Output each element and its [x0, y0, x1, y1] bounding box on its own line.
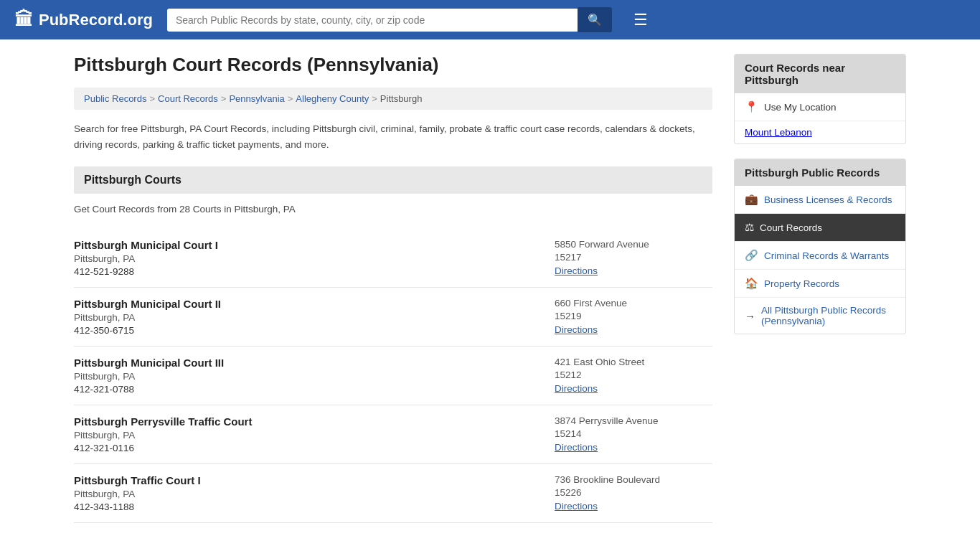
logo-icon: 🏛: [14, 9, 33, 31]
nearby-section: Court Records near Pittsburgh 📍 Use My L…: [734, 54, 906, 144]
court-entry: Pittsburgh Perrysville Traffic Court Pit…: [74, 405, 712, 464]
court-right-2: 421 East Ohio Street 15212 Directions: [555, 357, 712, 395]
court-city: Pittsburgh, PA: [74, 489, 555, 499]
court-left-2: Pittsburgh Municipal Court III Pittsburg…: [74, 357, 555, 395]
search-button[interactable]: 🔍: [578, 7, 612, 32]
court-city: Pittsburgh, PA: [74, 371, 555, 382]
court-zip: 15212: [555, 369, 712, 380]
court-right-4: 736 Brookline Boulevard 15226 Directions: [555, 474, 712, 512]
court-left-3: Pittsburgh Perrysville Traffic Court Pit…: [74, 415, 555, 453]
court-phone: 412-350-6715: [74, 325, 555, 336]
sidebar-item-2[interactable]: 🔗 Criminal Records & Warrants: [735, 242, 905, 270]
breadcrumb-allegheny-county[interactable]: Allegheny County: [296, 93, 369, 104]
sidebar-items: 💼 Business Licenses & Records ⚖ Court Re…: [735, 186, 905, 334]
page-title: Pittsburgh Court Records (Pennsylvania): [74, 54, 712, 76]
sidebar-icon-0: 💼: [745, 193, 758, 206]
court-city: Pittsburgh, PA: [74, 312, 555, 323]
use-location-label: Use My Location: [764, 102, 837, 113]
directions-link[interactable]: Directions: [555, 324, 598, 335]
breadcrumb: Public Records > Court Records > Pennsyl…: [74, 88, 712, 110]
breadcrumb-public-records[interactable]: Public Records: [84, 93, 146, 104]
court-zip: 15219: [555, 311, 712, 321]
nearby-header: Court Records near Pittsburgh: [735, 55, 905, 93]
public-records-header: Pittsburgh Public Records: [735, 159, 905, 186]
hamburger-menu-icon[interactable]: ☰: [633, 11, 648, 29]
court-name: Pittsburgh Municipal Court III: [74, 357, 555, 369]
public-records-section: Pittsburgh Public Records 💼 Business Lic…: [734, 159, 906, 334]
directions-link[interactable]: Directions: [555, 265, 598, 276]
right-sidebar: Court Records near Pittsburgh 📍 Use My L…: [734, 54, 906, 523]
sidebar-link-0[interactable]: Business Licenses & Records: [764, 194, 892, 205]
court-city: Pittsburgh, PA: [74, 430, 555, 441]
court-zip: 15226: [555, 487, 712, 498]
directions-link[interactable]: Directions: [555, 383, 598, 394]
court-name: Pittsburgh Municipal Court I: [74, 239, 555, 251]
breadcrumb-sep-2: >: [221, 93, 227, 104]
sidebar-link-2[interactable]: Criminal Records & Warrants: [764, 250, 889, 261]
sidebar-icon-4: →: [745, 310, 755, 322]
sidebar-link-4[interactable]: All Pittsburgh Public Records (Pennsylva…: [761, 305, 895, 326]
section-header: Pittsburgh Courts: [74, 166, 712, 194]
court-phone: 412-343-1188: [74, 501, 555, 512]
sidebar-item-4[interactable]: → All Pittsburgh Public Records (Pennsyl…: [735, 298, 905, 334]
courts-count: Get Court Records from 28 Courts in Pitt…: [74, 204, 712, 215]
court-right-3: 3874 Perrysville Avenue 15214 Directions: [555, 415, 712, 453]
courts-list: Pittsburgh Municipal Court I Pittsburgh,…: [74, 229, 712, 523]
directions-link[interactable]: Directions: [555, 442, 598, 453]
sidebar-item-1[interactable]: ⚖ Court Records: [735, 214, 905, 242]
sidebar-icon-1: ⚖: [745, 221, 754, 234]
sidebar-item-0[interactable]: 💼 Business Licenses & Records: [735, 186, 905, 214]
location-pin-icon: 📍: [745, 100, 758, 113]
directions-link[interactable]: Directions: [555, 501, 598, 512]
sidebar-item-3[interactable]: 🏠 Property Records: [735, 270, 905, 298]
court-name: Pittsburgh Perrysville Traffic Court: [74, 415, 555, 428]
sidebar-link-3[interactable]: Property Records: [764, 278, 839, 289]
nearby-mount-lebanon[interactable]: Mount Lebanon: [735, 121, 905, 143]
sidebar-icon-2: 🔗: [745, 249, 758, 262]
court-phone: 412-521-9288: [74, 266, 555, 277]
court-address: 736 Brookline Boulevard: [555, 474, 712, 485]
court-phone: 412-321-0116: [74, 443, 555, 453]
breadcrumb-sep-3: >: [288, 93, 293, 104]
court-name: Pittsburgh Municipal Court II: [74, 298, 555, 310]
sidebar-label-1: Court Records: [760, 222, 822, 233]
search-bar: 🔍: [167, 7, 612, 32]
court-address: 660 First Avenue: [555, 298, 712, 309]
court-entry: Pittsburgh Municipal Court I Pittsburgh,…: [74, 229, 712, 288]
court-left-1: Pittsburgh Municipal Court II Pittsburgh…: [74, 298, 555, 336]
breadcrumb-sep-1: >: [149, 93, 155, 104]
court-entry: Pittsburgh Traffic Court I Pittsburgh, P…: [74, 464, 712, 523]
court-phone: 412-321-0788: [74, 384, 555, 395]
use-my-location[interactable]: 📍 Use My Location: [735, 93, 905, 121]
court-entry: Pittsburgh Municipal Court III Pittsburg…: [74, 347, 712, 405]
court-name: Pittsburgh Traffic Court I: [74, 474, 555, 486]
search-input[interactable]: [167, 9, 578, 32]
breadcrumb-pennsylvania[interactable]: Pennsylvania: [229, 93, 284, 104]
court-zip: 15214: [555, 428, 712, 439]
breadcrumb-sep-4: >: [372, 93, 377, 104]
main-content: Pittsburgh Court Records (Pennsylvania) …: [60, 39, 920, 523]
court-address: 5850 Forward Avenue: [555, 239, 712, 250]
court-left-4: Pittsburgh Traffic Court I Pittsburgh, P…: [74, 474, 555, 512]
logo-text: PubRecord.org: [39, 11, 153, 29]
left-column: Pittsburgh Court Records (Pennsylvania) …: [74, 54, 712, 523]
nearby-link-mount-lebanon[interactable]: Mount Lebanon: [745, 127, 812, 138]
breadcrumb-current: Pittsburgh: [380, 93, 423, 104]
court-left-0: Pittsburgh Municipal Court I Pittsburgh,…: [74, 239, 555, 277]
header: 🏛 PubRecord.org 🔍 ☰: [0, 0, 980, 39]
court-address: 3874 Perrysville Avenue: [555, 415, 712, 426]
logo[interactable]: 🏛 PubRecord.org: [14, 9, 153, 31]
sidebar-icon-3: 🏠: [745, 277, 758, 290]
court-city: Pittsburgh, PA: [74, 253, 555, 264]
court-right-0: 5850 Forward Avenue 15217 Directions: [555, 239, 712, 277]
court-zip: 15217: [555, 252, 712, 263]
court-right-1: 660 First Avenue 15219 Directions: [555, 298, 712, 336]
page-description: Search for free Pittsburgh, PA Court Rec…: [74, 121, 712, 152]
breadcrumb-court-records[interactable]: Court Records: [158, 93, 218, 104]
court-address: 421 East Ohio Street: [555, 357, 712, 367]
court-entry: Pittsburgh Municipal Court II Pittsburgh…: [74, 288, 712, 347]
